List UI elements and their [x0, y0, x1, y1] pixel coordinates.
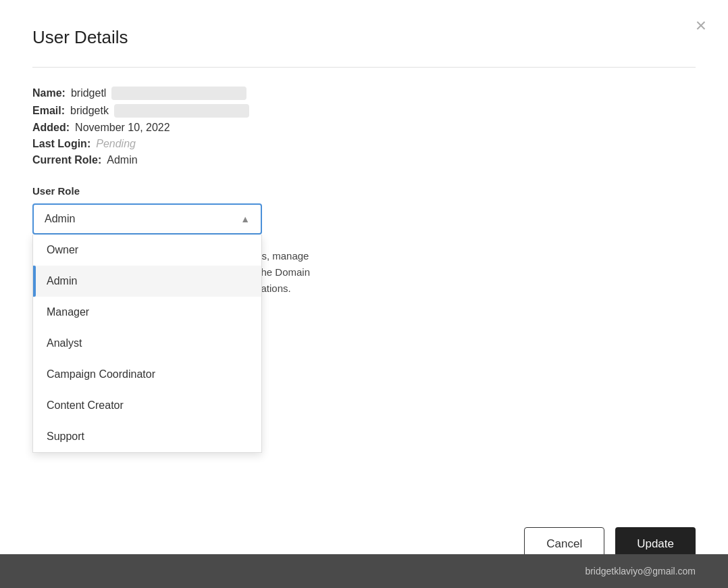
support-label: Support: [47, 431, 84, 443]
divider: [32, 67, 696, 68]
selected-role-text: Admin: [45, 213, 75, 225]
dropdown-item-content-creator[interactable]: Content Creator: [33, 390, 261, 421]
name-label: Name:: [32, 87, 66, 99]
name-redacted: [111, 87, 246, 100]
user-role-label: User Role: [32, 185, 696, 197]
dropdown-item-owner[interactable]: Owner: [33, 235, 261, 266]
analyst-label: Analyst: [47, 337, 82, 349]
owner-label: Owner: [47, 244, 78, 256]
role-dropdown-menu: Owner Admin Manager Analyst Campaign Coo…: [32, 235, 262, 453]
last-login-label: Last Login:: [32, 138, 90, 150]
dropdown-item-analyst[interactable]: Analyst: [33, 328, 261, 359]
dropdown-item-support[interactable]: Support: [33, 421, 261, 452]
campaign-coordinator-label: Campaign Coordinator: [47, 368, 155, 381]
email-row: Email: bridgetk: [32, 104, 696, 118]
role-select-container: Admin ▲ Owner Admin Manager Analyst: [32, 203, 262, 235]
selected-indicator: [33, 266, 36, 297]
current-role-label: Current Role:: [32, 154, 101, 166]
chevron-up-icon: ▲: [240, 214, 250, 224]
current-role-value: Admin: [107, 154, 137, 166]
last-login-value: Pending: [96, 138, 136, 150]
name-row: Name: bridgetl: [32, 87, 696, 100]
modal-title: User Details: [32, 27, 696, 48]
content-creator-label: Content Creator: [47, 399, 124, 412]
last-login-row: Last Login: Pending: [32, 138, 696, 150]
modal-overlay: × User Details Name: bridgetl Email: bri…: [0, 0, 728, 588]
dropdown-item-admin[interactable]: Admin: [33, 266, 261, 297]
admin-label: Admin: [47, 275, 77, 287]
added-label: Added:: [32, 122, 70, 134]
name-value: bridgetl: [71, 87, 106, 99]
email-label: Email:: [32, 105, 65, 117]
user-details-modal: × User Details Name: bridgetl Email: bri…: [0, 0, 728, 588]
dropdown-item-campaign-coordinator[interactable]: Campaign Coordinator: [33, 359, 261, 390]
current-role-row: Current Role: Admin: [32, 154, 696, 166]
manager-label: Manager: [47, 306, 89, 318]
role-select-button[interactable]: Admin ▲: [32, 203, 262, 235]
added-value: November 10, 2022: [75, 122, 170, 134]
close-button[interactable]: ×: [696, 16, 706, 35]
email-value: bridgetk: [70, 105, 109, 117]
dropdown-item-manager[interactable]: Manager: [33, 297, 261, 328]
added-row: Added: November 10, 2022: [32, 122, 696, 134]
bottom-bar: bridgetklaviyo@gmail.com: [0, 554, 728, 588]
email-redacted: [114, 104, 249, 118]
bottom-bar-email: bridgetklaviyo@gmail.com: [585, 566, 696, 577]
user-info-section: Name: bridgetl Email: bridgetk Added: No…: [32, 87, 696, 166]
